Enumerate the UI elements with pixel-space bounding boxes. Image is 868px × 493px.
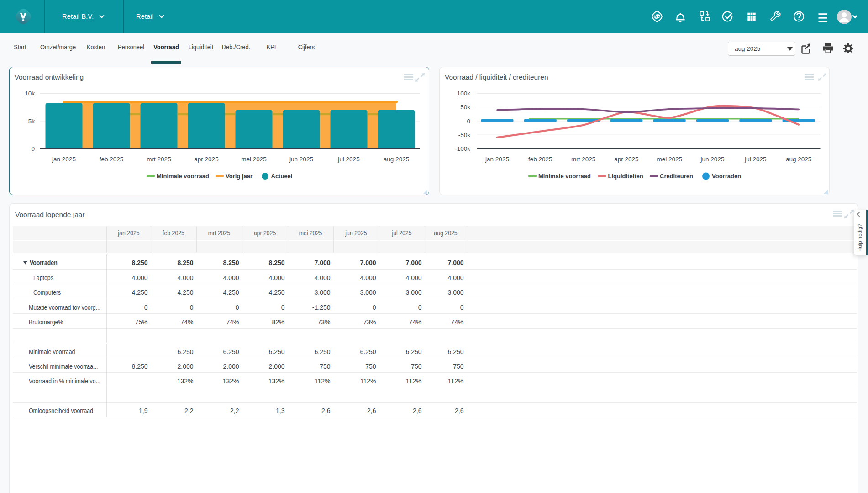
svg-text:jul 2025: jul 2025 bbox=[337, 156, 359, 163]
svg-text:apr 2025: apr 2025 bbox=[194, 156, 218, 163]
svg-text:jul 2025: jul 2025 bbox=[744, 156, 766, 163]
svg-text:mei 2025: mei 2025 bbox=[657, 156, 682, 163]
svg-text:50k: 50k bbox=[460, 104, 470, 111]
svg-text:feb 2025: feb 2025 bbox=[100, 156, 124, 163]
svg-text:jun 2025: jun 2025 bbox=[289, 156, 313, 163]
svg-text:apr 2025: apr 2025 bbox=[614, 156, 638, 163]
svg-text:Minimale voorraad: Minimale voorraad bbox=[157, 173, 209, 180]
svg-text:mei 2025: mei 2025 bbox=[241, 156, 267, 163]
svg-text:mrt 2025: mrt 2025 bbox=[571, 156, 595, 163]
svg-text:jan 2025: jan 2025 bbox=[52, 156, 76, 163]
svg-text:mrt 2025: mrt 2025 bbox=[147, 156, 171, 163]
svg-text:Crediteuren: Crediteuren bbox=[660, 173, 693, 180]
svg-text:0: 0 bbox=[467, 118, 470, 125]
svg-text:Liquiditeiten: Liquiditeiten bbox=[608, 173, 643, 180]
svg-text:aug 2025: aug 2025 bbox=[384, 156, 409, 163]
svg-text:Vorig jaar: Vorig jaar bbox=[226, 173, 253, 180]
svg-text:aug 2025: aug 2025 bbox=[786, 156, 811, 163]
svg-text:Actueel: Actueel bbox=[271, 173, 293, 180]
svg-text:Voorraden: Voorraden bbox=[712, 173, 741, 180]
svg-text:-100k: -100k bbox=[455, 145, 470, 152]
svg-text:feb 2025: feb 2025 bbox=[528, 156, 552, 163]
svg-text:5k: 5k bbox=[28, 118, 35, 125]
svg-text:100k: 100k bbox=[457, 90, 471, 97]
svg-text:Minimale voorraad: Minimale voorraad bbox=[538, 173, 591, 180]
svg-text:-50k: -50k bbox=[458, 132, 471, 138]
svg-text:jan 2025: jan 2025 bbox=[485, 156, 509, 163]
svg-text:jun 2025: jun 2025 bbox=[700, 156, 725, 163]
svg-text:10k: 10k bbox=[25, 90, 35, 97]
svg-text:0: 0 bbox=[31, 145, 35, 152]
